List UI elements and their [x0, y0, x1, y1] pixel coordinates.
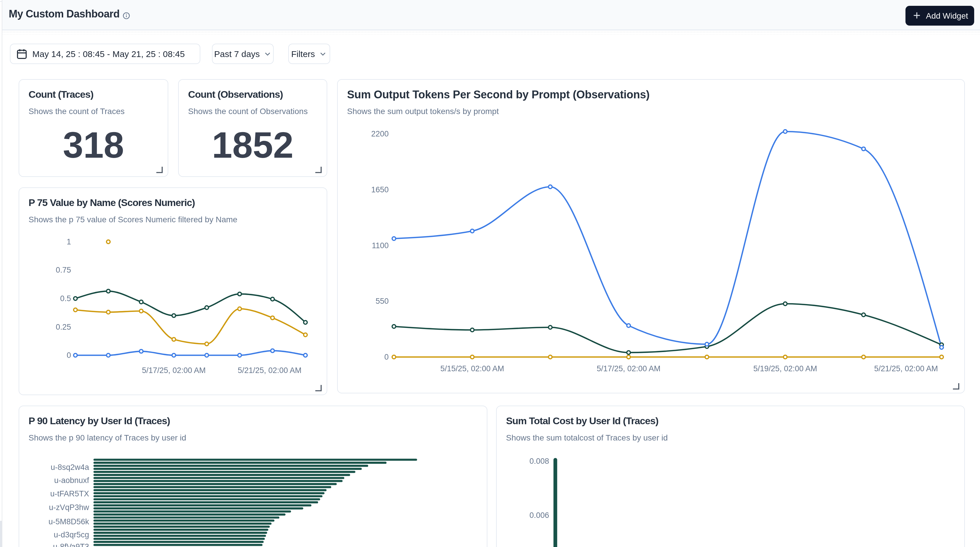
svg-text:u-aobnuxf: u-aobnuxf — [54, 476, 89, 485]
svg-text:u-5M8D56k: u-5M8D56k — [48, 517, 89, 526]
svg-text:2200: 2200 — [371, 130, 389, 138]
svg-text:550: 550 — [375, 297, 389, 306]
svg-text:0.008: 0.008 — [529, 457, 549, 466]
svg-text:5/17/25, 02:00 AM: 5/17/25, 02:00 AM — [142, 366, 205, 375]
svg-text:1100: 1100 — [372, 241, 389, 250]
svg-text:0: 0 — [384, 353, 389, 361]
svg-text:5/17/25, 02:00 AM: 5/17/25, 02:00 AM — [597, 364, 660, 373]
svg-text:1650: 1650 — [371, 186, 389, 194]
svg-text:u-8sq2w4a: u-8sq2w4a — [51, 463, 89, 472]
svg-text:5/15/25, 02:00 AM: 5/15/25, 02:00 AM — [440, 364, 504, 373]
svg-text:u-zVqP3hw: u-zVqP3hw — [49, 503, 89, 512]
svg-text:0.75: 0.75 — [56, 266, 71, 274]
svg-text:0.5: 0.5 — [60, 294, 71, 303]
svg-text:0: 0 — [67, 351, 71, 360]
svg-text:5/19/25, 02:00 AM: 5/19/25, 02:00 AM — [753, 364, 817, 373]
svg-text:5/21/25, 02:00 AM: 5/21/25, 02:00 AM — [874, 364, 938, 373]
svg-text:u-tFAR5TX: u-tFAR5TX — [50, 489, 89, 498]
svg-text:1: 1 — [67, 238, 71, 246]
svg-text:5/21/25, 02:00 AM: 5/21/25, 02:00 AM — [237, 366, 301, 375]
svg-text:0.25: 0.25 — [56, 323, 71, 331]
svg-text:0.006: 0.006 — [529, 511, 549, 520]
svg-text:u-8fVa9T3: u-8fVa9T3 — [53, 542, 89, 547]
svg-text:u-d3qr5cg: u-d3qr5cg — [54, 530, 89, 539]
